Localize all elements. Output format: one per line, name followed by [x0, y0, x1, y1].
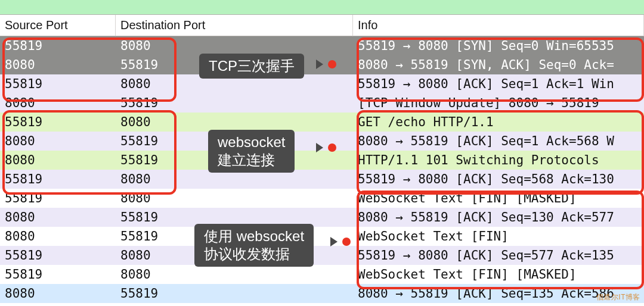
cell-destination-port: 55819	[116, 93, 353, 113]
cell-source-port: 8080	[0, 132, 116, 151]
callout-tail-icon	[330, 237, 338, 246]
callout-tail-icon	[316, 60, 323, 69]
cell-source-port: 8080	[0, 227, 116, 246]
cell-destination-port: 55819	[116, 284, 353, 303]
cell-source-port: 55819	[0, 246, 116, 265]
callout-tail-icon	[316, 143, 323, 152]
callout-tcp-handshake: TCP三次握手	[199, 54, 304, 79]
cell-source-port: 55819	[0, 36, 116, 55]
callout-text: 使用 websocket	[204, 227, 304, 245]
table-row[interactable]: 558198080WebSocket Text [FIN] [MASKED]	[0, 189, 644, 208]
table-row[interactable]: 8080558198080 → 55819 [ACK] Seq=130 Ack=…	[0, 208, 644, 227]
cell-info: 8080 → 55819 [ACK] Seq=135 Ack=586	[353, 284, 644, 303]
table-row[interactable]: 55819808055819 → 8080 [ACK] Seq=568 Ack=…	[0, 170, 644, 189]
cell-destination-port: 8080	[116, 36, 353, 55]
table-row[interactable]: 55819808055819 → 8080 [SYN] Seq=0 Win=65…	[0, 36, 644, 55]
table-row[interactable]: 8080558198080 → 55819 [ACK] Seq=135 Ack=…	[0, 284, 644, 303]
table-row[interactable]: 808055819HTTP/1.1 101 Switching Protocol…	[0, 151, 644, 170]
cell-info: 8080 → 55819 [ACK] Seq=1 Ack=568 W	[353, 132, 644, 151]
table-row[interactable]: 558198080GET /echo HTTP/1.1	[0, 113, 644, 132]
filter-bar	[0, 0, 644, 15]
cell-info: GET /echo HTTP/1.1	[353, 113, 644, 132]
table-row[interactable]: 55819808055819 → 8080 [ACK] Seq=1 Ack=1 …	[0, 74, 644, 93]
cell-info: 8080 → 55819 [SYN, ACK] Seq=0 Ack=	[353, 55, 644, 74]
callout-text: websocket	[218, 133, 285, 151]
cell-info: 55819 → 8080 [ACK] Seq=568 Ack=130	[353, 170, 644, 189]
cell-source-port: 8080	[0, 208, 116, 227]
packet-list: 55819808055819 → 8080 [SYN] Seq=0 Win=65…	[0, 36, 644, 303]
cell-source-port: 55819	[0, 265, 116, 284]
header-source-port[interactable]: Source Port	[0, 15, 116, 36]
cell-source-port: 55819	[0, 170, 116, 189]
packet-list-header: Source Port Destination Port Info	[0, 15, 644, 36]
callout-ws-data: 使用 websocket 协议收发数据	[194, 224, 314, 267]
cell-info: HTTP/1.1 101 Switching Protocols	[353, 151, 644, 170]
cell-info: WebSocket Text [FIN] [MASKED]	[353, 189, 644, 208]
cell-source-port: 8080	[0, 151, 116, 170]
cell-info: 55819 → 8080 [SYN] Seq=0 Win=65535	[353, 36, 644, 55]
table-row[interactable]: 55819808055819 → 8080 [ACK] Seq=577 Ack=…	[0, 246, 644, 265]
cell-source-port: 55819	[0, 113, 116, 132]
callout-ws-establish: websocket 建立连接	[208, 130, 295, 173]
cell-destination-port: 8080	[116, 113, 353, 132]
cell-info: WebSocket Text [FIN]	[353, 227, 644, 246]
header-info[interactable]: Info	[353, 15, 644, 36]
table-row[interactable]: 808055819[TCP Window Update] 8080 → 5581…	[0, 93, 644, 113]
cell-info: 55819 → 8080 [ACK] Seq=577 Ack=135	[353, 246, 644, 265]
table-row[interactable]: 808055819WebSocket Text [FIN]	[0, 227, 644, 246]
cell-info: 55819 → 8080 [ACK] Seq=1 Ack=1 Win	[353, 74, 644, 93]
cell-source-port: 55819	[0, 74, 116, 93]
callout-text: TCP三次握手	[209, 58, 295, 74]
cell-info: 8080 → 55819 [ACK] Seq=130 Ack=577	[353, 208, 644, 227]
cell-info: [TCP Window Update] 8080 → 55819	[353, 93, 644, 113]
callout-text: 建立连接	[218, 151, 285, 169]
cell-source-port: 8080	[0, 284, 116, 303]
cell-destination-port: 8080	[116, 189, 353, 208]
cell-source-port: 8080	[0, 93, 116, 113]
table-row[interactable]: 558198080WebSocket Text [FIN] [MASKED]	[0, 265, 644, 284]
cell-source-port: 55819	[0, 189, 116, 208]
cell-source-port: 8080	[0, 55, 116, 74]
cell-info: WebSocket Text [FIN] [MASKED]	[353, 265, 644, 284]
header-destination-port[interactable]: Destination Port	[116, 15, 353, 36]
callout-text: 协议收发数据	[204, 245, 304, 263]
cell-destination-port: 8080	[116, 265, 353, 284]
